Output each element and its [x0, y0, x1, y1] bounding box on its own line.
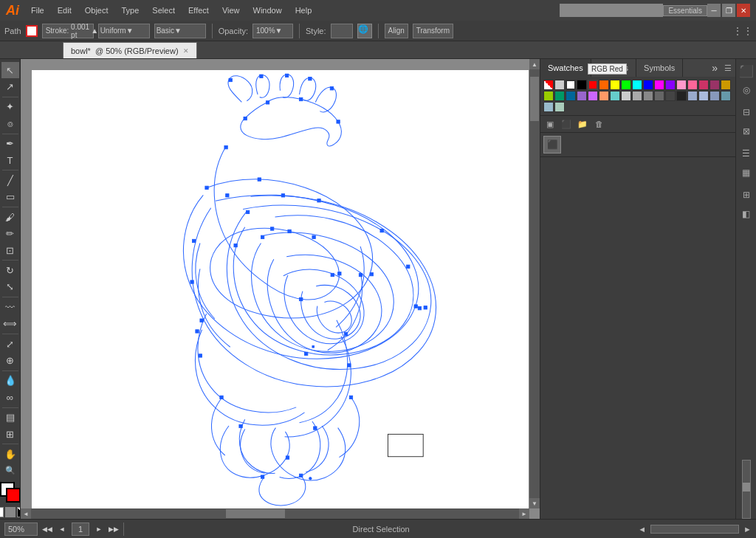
stroke-type-select[interactable]: Uniform▼: [98, 24, 150, 38]
lasso-tool[interactable]: ⌾: [1, 115, 19, 131]
vscroll-thumb[interactable]: [530, 77, 539, 121]
swatch-yellow[interactable]: [610, 80, 620, 90]
bg-color[interactable]: [6, 488, 21, 503]
hand-tool[interactable]: ✋: [1, 446, 19, 462]
swatch-rgb-red[interactable]: RGB Red: [588, 80, 598, 90]
swatch-rose[interactable]: [687, 80, 698, 90]
artboards-icon[interactable]: ⊞: [738, 186, 755, 204]
swatch-cadet[interactable]: [721, 91, 731, 101]
globe-icon[interactable]: 🌐: [357, 24, 372, 38]
swatch-mint[interactable]: [554, 102, 565, 112]
libraries-icon[interactable]: ◧: [738, 205, 755, 223]
stroke-style-select[interactable]: Basic▼: [154, 24, 206, 38]
swatch-gradient-special[interactable]: [543, 80, 554, 90]
hscroll-right-arrow[interactable]: ►: [519, 508, 529, 519]
menu-item-window[interactable]: Window: [247, 4, 288, 16]
opacity-box[interactable]: 100%▼: [252, 24, 293, 38]
width-tool[interactable]: ⟺: [1, 316, 19, 332]
swatch-light-gray[interactable]: [621, 91, 631, 101]
transparency-icon[interactable]: ◎: [738, 81, 755, 99]
stroke-only-icon[interactable]: [5, 507, 16, 517]
column-graph-tool[interactable]: ▤: [1, 409, 19, 425]
swatch-near-black[interactable]: [676, 91, 687, 101]
swatch-teal[interactable]: [554, 91, 565, 101]
swatch-gray[interactable]: [632, 91, 642, 101]
menu-item-edit[interactable]: Edit: [52, 4, 78, 16]
swatch-light-slate[interactable]: [698, 91, 709, 101]
eyedropper-tool[interactable]: 💧: [1, 373, 19, 389]
zoom-tool[interactable]: 🔍: [1, 463, 19, 479]
swatch-chartreuse[interactable]: [543, 91, 554, 101]
workspace-button[interactable]: Essentials: [663, 5, 707, 16]
next-page-button[interactable]: ►: [94, 524, 104, 534]
page-input[interactable]: [72, 523, 89, 536]
restore-button[interactable]: ❐: [722, 4, 735, 17]
scale-tool[interactable]: ⤡: [1, 279, 19, 295]
menu-item-type[interactable]: Type: [116, 4, 145, 16]
stroke-color-preview[interactable]: [26, 25, 38, 37]
status-left-arrow[interactable]: ◄: [638, 525, 646, 534]
swatch-dark-gray[interactable]: [654, 91, 664, 101]
options-menu-btn[interactable]: ⋮⋮: [734, 22, 752, 40]
free-transform-tool[interactable]: ⤢: [1, 336, 19, 352]
swatch-cyan[interactable]: [632, 80, 642, 90]
swatch-magenta[interactable]: [654, 80, 664, 90]
swatch-medium-slate[interactable]: [709, 91, 720, 101]
swatch-orange[interactable]: [599, 80, 609, 90]
swatch-gold[interactable]: [721, 80, 731, 90]
minimize-button[interactable]: ─: [707, 4, 721, 17]
swatch-slate[interactable]: [687, 91, 698, 101]
close-button[interactable]: ✕: [737, 4, 750, 17]
menu-item-effect[interactable]: Effect: [182, 4, 215, 16]
align-icon[interactable]: ⊠: [738, 123, 755, 140]
hscroll-thumb[interactable]: [226, 509, 285, 518]
direct-selection-tool[interactable]: ↗: [1, 78, 19, 94]
swatch-mid-gray[interactable]: [643, 91, 653, 101]
panel-menu-button[interactable]: ☰: [721, 59, 735, 77]
layers-icon[interactable]: ▦: [738, 164, 755, 182]
delete-swatch-btn[interactable]: 🗑: [592, 117, 605, 131]
swatch-powder-blue[interactable]: [543, 102, 554, 112]
menu-item-select[interactable]: Select: [146, 4, 181, 16]
search-input[interactable]: [560, 4, 663, 17]
pencil-tool[interactable]: ✏: [1, 226, 19, 242]
swatch-purple[interactable]: [577, 91, 587, 101]
swatch-violet[interactable]: [665, 80, 676, 90]
menu-item-file[interactable]: File: [25, 4, 50, 16]
swatch-peach[interactable]: [599, 91, 609, 101]
status-right-arrow[interactable]: ►: [743, 525, 752, 534]
menu-item-view[interactable]: View: [216, 4, 246, 16]
magic-wand-tool[interactable]: ✦: [1, 99, 19, 115]
edit-swatch-btn[interactable]: 📁: [576, 117, 589, 131]
tab-swatches[interactable]: Swatches: [540, 59, 591, 77]
swatch-lavender[interactable]: [588, 91, 598, 101]
menu-item-help[interactable]: Help: [289, 4, 318, 16]
document-tab[interactable]: bowl* @ 50% (RGB/Preview) ✕: [63, 42, 197, 58]
tab-close-button[interactable]: ✕: [183, 47, 189, 55]
stroke-value[interactable]: 0.001 pt: [71, 23, 89, 39]
panel-collapse-arrows[interactable]: »: [709, 59, 721, 77]
panel-slider[interactable]: [742, 460, 751, 519]
rectangle-tool[interactable]: ▭: [1, 189, 19, 205]
swatch-steel-blue[interactable]: [566, 91, 576, 101]
align-button[interactable]: Align: [385, 24, 408, 38]
artboard-tool[interactable]: ⊞: [1, 426, 19, 442]
swatch-aqua[interactable]: [610, 91, 620, 101]
warp-tool[interactable]: 〰: [1, 299, 19, 315]
tab-symbols[interactable]: Symbols: [636, 59, 683, 77]
swatch-maroon[interactable]: [709, 80, 720, 90]
vscroll-up-arrow[interactable]: ▲: [529, 59, 540, 69]
vscroll-down-arrow[interactable]: ▼: [529, 498, 540, 508]
shape-builder-tool[interactable]: ⊕: [1, 352, 19, 368]
swatch-pink[interactable]: [676, 80, 687, 90]
fill-none-icon[interactable]: [0, 507, 4, 517]
vscroll-track[interactable]: [529, 69, 540, 498]
menu-item-object[interactable]: Object: [79, 4, 114, 16]
style-box[interactable]: [331, 24, 353, 38]
vertical-scrollbar[interactable]: ▲ ▼: [529, 59, 540, 508]
swatch-blue[interactable]: [643, 80, 653, 90]
swatch-white[interactable]: [566, 80, 576, 90]
slider-thumb[interactable]: [743, 483, 750, 492]
canvas-area[interactable]: ◄ ► ▲ ▼: [21, 59, 540, 519]
pen-tool[interactable]: ✒: [1, 136, 19, 152]
